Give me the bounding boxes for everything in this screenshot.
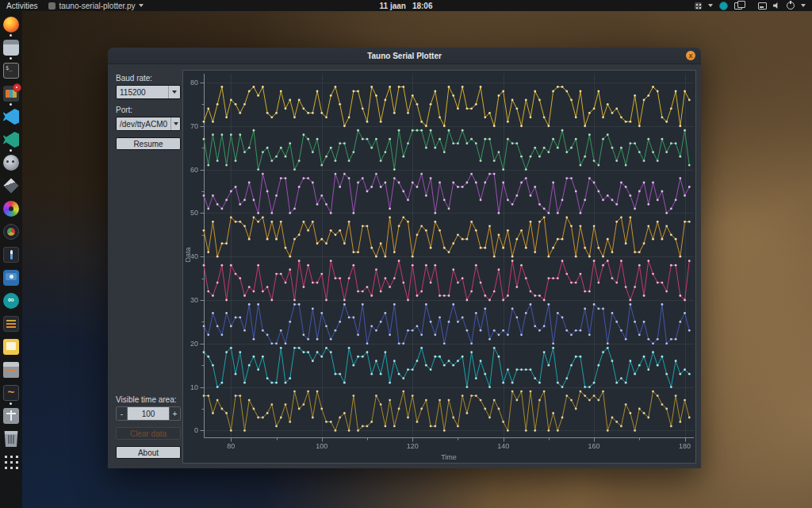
firefox-icon — [3, 17, 19, 33]
app-menu-icon — [48, 2, 56, 10]
dock-item-gimp[interactable] — [3, 155, 19, 171]
notification-badge — [13, 83, 21, 92]
running-indicator — [10, 402, 12, 405]
inkscape-icon — [3, 178, 19, 194]
printer-icon — [3, 362, 19, 378]
increase-button[interactable]: + — [170, 407, 180, 420]
dock-item-printer[interactable] — [3, 362, 19, 378]
chevron-down-icon — [139, 4, 144, 7]
trash-icon — [3, 431, 19, 447]
vscode-insiders-icon — [3, 132, 19, 148]
gimp-icon — [3, 155, 19, 171]
dock-item-usb-creator[interactable] — [3, 408, 19, 424]
settings-panel: Baud rate: 115200 Port: /dev/ttyACM0 Res… — [108, 64, 182, 468]
dock-item-vscode-insiders[interactable] — [3, 132, 19, 148]
dock — [0, 11, 22, 508]
clock[interactable]: 11 jaan 18:06 — [380, 2, 433, 10]
dock-item-media-editor[interactable] — [3, 86, 19, 102]
window-titlebar[interactable]: Tauno Serial Plotter x — [108, 48, 701, 64]
running-indicator — [10, 57, 12, 60]
app-grid-icon — [3, 454, 19, 470]
visible-time-spinner: - 100 + — [116, 406, 181, 421]
baud-rate-value: 115200 — [117, 86, 168, 98]
darktable-icon — [3, 224, 19, 240]
port-value: /dev/ttyACM0 — [117, 117, 170, 130]
arduino-tray-icon[interactable] — [719, 2, 728, 10]
clear-data-button[interactable]: Clear data — [116, 427, 181, 440]
dock-item-terminal[interactable] — [3, 63, 19, 79]
window-title: Tauno Serial Plotter — [367, 52, 442, 60]
dock-item-colorwheel[interactable] — [3, 201, 19, 217]
app-menu[interactable]: tauno-serial-plotter.py — [48, 2, 143, 10]
activities-button[interactable]: Activities — [6, 2, 37, 10]
about-button[interactable]: About — [116, 446, 181, 459]
dock-item-trash[interactable] — [3, 431, 19, 447]
monitor-icon[interactable] — [758, 2, 767, 10]
dock-item-firefox[interactable] — [3, 17, 19, 33]
port-label: Port: — [116, 106, 181, 114]
dock-item-inkscape[interactable] — [3, 178, 19, 194]
plot-widget — [182, 70, 696, 464]
running-indicator — [10, 149, 12, 152]
tauno-serial-plotter-window: Tauno Serial Plotter x Baud rate: 115200… — [108, 48, 701, 468]
workspaces-icon[interactable] — [734, 2, 742, 10]
thermometer-icon — [3, 247, 19, 263]
clock-date: 11 jaan — [380, 2, 406, 10]
window-content: Baud rate: 115200 Port: /dev/ttyACM0 Res… — [108, 64, 701, 468]
vscode-icon — [3, 109, 19, 125]
port-select[interactable]: /dev/ttyACM0 — [116, 117, 181, 131]
visible-time-area-label: Visible time area: — [116, 395, 181, 404]
chevron-down-icon[interactable] — [168, 86, 180, 98]
kicad-icon — [3, 316, 19, 332]
keyboard-icon[interactable] — [695, 2, 702, 10]
close-icon: x — [688, 52, 692, 60]
decrease-button[interactable]: - — [117, 407, 127, 420]
visible-time-value[interactable]: 100 — [127, 407, 170, 420]
sticky-notes-icon — [3, 339, 19, 355]
resume-button[interactable]: Resume — [116, 137, 181, 150]
clock-time: 18:06 — [412, 2, 433, 10]
dock-item-screen-recorder[interactable] — [3, 270, 19, 286]
app-menu-label: tauno-serial-plotter.py — [59, 2, 135, 10]
baud-rate-label: Baud rate: — [116, 74, 181, 83]
screen-recorder-icon — [3, 270, 19, 286]
chevron-down-icon[interactable] — [801, 4, 806, 7]
baud-rate-select[interactable]: 115200 — [116, 85, 181, 99]
terminal-icon — [3, 63, 19, 79]
usb-creator-icon — [3, 408, 19, 424]
speaker-icon[interactable] — [773, 2, 780, 9]
files-icon — [3, 40, 19, 56]
tauno-serial-plotter-icon — [3, 385, 19, 401]
dock-item-darktable[interactable] — [3, 224, 19, 240]
chevron-down-icon[interactable] — [170, 117, 180, 130]
dock-item-sticky-notes[interactable] — [3, 339, 19, 355]
dock-item-thermometer[interactable] — [3, 247, 19, 263]
top-bar: Activities tauno-serial-plotter.py 11 ja… — [0, 0, 812, 11]
close-button[interactable]: x — [686, 51, 695, 60]
dock-item-arduino-ide[interactable] — [3, 293, 19, 309]
dock-item-files[interactable] — [3, 40, 19, 56]
colorwheel-icon — [3, 201, 19, 217]
running-indicator — [10, 34, 12, 37]
plot-canvas[interactable] — [183, 71, 695, 463]
chevron-down-icon[interactable] — [708, 4, 713, 7]
running-indicator — [10, 103, 12, 106]
dock-item-kicad[interactable] — [3, 316, 19, 332]
dock-item-app-grid[interactable] — [3, 454, 19, 470]
arduino-ide-icon — [3, 293, 19, 309]
power-icon[interactable] — [787, 2, 795, 10]
dock-item-tauno-serial-plotter[interactable] — [3, 385, 19, 401]
dock-item-vscode[interactable] — [3, 109, 19, 125]
